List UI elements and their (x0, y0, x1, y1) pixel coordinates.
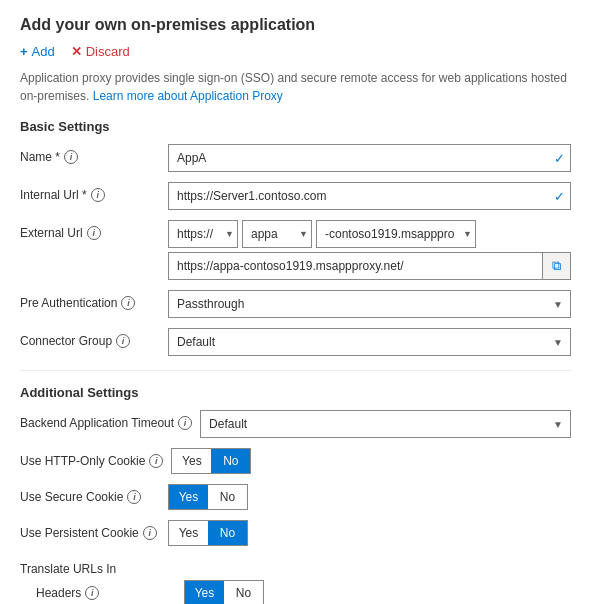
http-only-yes-button[interactable]: Yes (172, 449, 211, 473)
add-icon: + (20, 44, 28, 59)
backend-timeout-select-wrap: Default ▼ (200, 410, 571, 438)
secure-cookie-toggle-control: Yes No (168, 484, 571, 510)
page-title: Add your own on-premises application (20, 16, 571, 34)
domain-select[interactable]: -contoso1919.msappproxy.net/ (316, 220, 476, 248)
copy-icon: ⧉ (552, 258, 561, 274)
description-text: Application proxy provides single sign-o… (20, 69, 571, 105)
subdomain-select[interactable]: appa (242, 220, 312, 248)
domain-select-wrap: -contoso1919.msappproxy.net/ ▼ (316, 220, 476, 248)
backend-timeout-select[interactable]: Default (200, 410, 571, 438)
additional-settings-section: Additional Settings Backend Application … (20, 385, 571, 604)
persistent-cookie-no-button[interactable]: No (208, 521, 247, 545)
internal-url-control: ✓ (168, 182, 571, 210)
add-button[interactable]: + Add (20, 44, 55, 59)
external-url-row: External Url i https:// ▼ appa ▼ -contos… (20, 220, 571, 280)
external-url-full-input[interactable] (169, 253, 542, 279)
headers-row: Headers i Yes No (20, 580, 571, 604)
pre-auth-row: Pre Authentication i Passthrough ▼ (20, 290, 571, 318)
backend-timeout-control: Default ▼ (200, 410, 571, 438)
headers-toggle: Yes No (184, 580, 264, 604)
translate-urls-label: Translate URLs In (20, 556, 160, 576)
name-info-icon[interactable]: i (64, 150, 78, 164)
name-label: Name * i (20, 144, 160, 164)
connector-group-select-wrap: Default ▼ (168, 328, 571, 356)
backend-timeout-row: Backend Application Timeout i Default ▼ (20, 410, 571, 438)
secure-cookie-label: Use Secure Cookie i (20, 484, 160, 504)
connector-group-row: Connector Group i Default ▼ (20, 328, 571, 356)
connector-group-info-icon[interactable]: i (116, 334, 130, 348)
pre-auth-select-wrap: Passthrough ▼ (168, 290, 571, 318)
name-input-wrapper: ✓ (168, 144, 571, 172)
internal-url-info-icon[interactable]: i (91, 188, 105, 202)
additional-settings-title: Additional Settings (20, 385, 571, 400)
internal-url-label: Internal Url * i (20, 182, 160, 202)
name-input[interactable] (168, 144, 571, 172)
pre-auth-control: Passthrough ▼ (168, 290, 571, 318)
section-divider (20, 370, 571, 371)
pre-auth-label: Pre Authentication i (20, 290, 160, 310)
headers-no-button[interactable]: No (224, 581, 263, 604)
name-row: Name * i ✓ (20, 144, 571, 172)
http-only-toggle-control: Yes No (171, 448, 571, 474)
backend-timeout-info-icon[interactable]: i (178, 416, 192, 430)
secure-cookie-yes-button[interactable]: Yes (169, 485, 208, 509)
headers-info-icon[interactable]: i (85, 586, 99, 600)
connector-group-label: Connector Group i (20, 328, 160, 348)
name-check-icon: ✓ (554, 151, 565, 166)
persistent-cookie-info-icon[interactable]: i (143, 526, 157, 540)
pre-auth-select[interactable]: Passthrough (168, 290, 571, 318)
persistent-cookie-yes-button[interactable]: Yes (169, 521, 208, 545)
persistent-cookie-label: Use Persistent Cookie i (20, 520, 160, 540)
external-url-label: External Url i (20, 220, 160, 240)
persistent-cookie-toggle: Yes No (168, 520, 248, 546)
backend-timeout-label: Backend Application Timeout i (20, 410, 192, 430)
secure-cookie-no-button[interactable]: No (208, 485, 247, 509)
external-url-full-wrapper: ⧉ (168, 252, 571, 280)
persistent-cookie-row: Use Persistent Cookie i Yes No (20, 520, 571, 546)
connector-group-select[interactable]: Default (168, 328, 571, 356)
internal-url-input[interactable] (168, 182, 571, 210)
persistent-cookie-toggle-control: Yes No (168, 520, 571, 546)
name-control: ✓ (168, 144, 571, 172)
external-url-control: https:// ▼ appa ▼ -contoso1919.msappprox… (168, 220, 571, 280)
http-only-label: Use HTTP-Only Cookie i (20, 448, 163, 468)
secure-cookie-row: Use Secure Cookie i Yes No (20, 484, 571, 510)
connector-group-control: Default ▼ (168, 328, 571, 356)
headers-label: Headers i (36, 580, 176, 600)
learn-more-link[interactable]: Learn more about Application Proxy (93, 89, 283, 103)
internal-url-check-icon: ✓ (554, 189, 565, 204)
pre-auth-info-icon[interactable]: i (121, 296, 135, 310)
copy-url-button[interactable]: ⧉ (542, 253, 570, 279)
http-only-cookie-row: Use HTTP-Only Cookie i Yes No (20, 448, 571, 474)
internal-url-row: Internal Url * i ✓ (20, 182, 571, 210)
http-only-no-button[interactable]: No (211, 449, 250, 473)
http-only-info-icon[interactable]: i (149, 454, 163, 468)
secure-cookie-info-icon[interactable]: i (127, 490, 141, 504)
discard-button[interactable]: ✕ Discard (71, 44, 130, 59)
external-url-info-icon[interactable]: i (87, 226, 101, 240)
translate-urls-header-row: Translate URLs In (20, 556, 571, 576)
external-url-selects-row: https:// ▼ appa ▼ -contoso1919.msappprox… (168, 220, 571, 248)
secure-cookie-toggle: Yes No (168, 484, 248, 510)
headers-yes-button[interactable]: Yes (185, 581, 224, 604)
internal-url-input-wrapper: ✓ (168, 182, 571, 210)
toolbar: + Add ✕ Discard (20, 44, 571, 59)
subdomain-select-wrap: appa ▼ (242, 220, 312, 248)
http-only-toggle: Yes No (171, 448, 251, 474)
discard-icon: ✕ (71, 44, 82, 59)
protocol-select[interactable]: https:// (168, 220, 238, 248)
headers-toggle-control: Yes No (184, 580, 571, 604)
basic-settings-title: Basic Settings (20, 119, 571, 134)
protocol-select-wrap: https:// ▼ (168, 220, 238, 248)
